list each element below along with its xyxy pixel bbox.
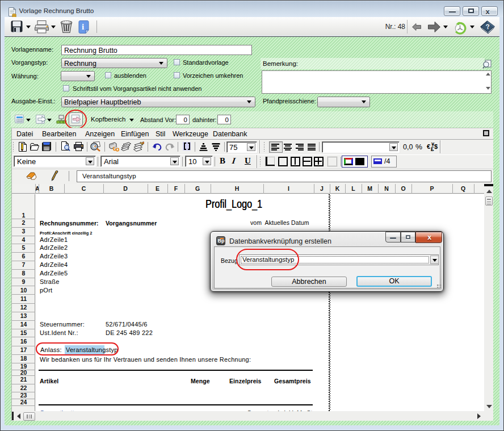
svg-text:i: i <box>82 22 84 31</box>
